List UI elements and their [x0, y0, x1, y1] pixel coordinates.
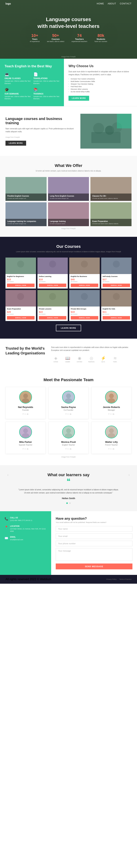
course-card-5: Exam Preparation $20 per lesson ENROLL N… — [5, 290, 36, 321]
monica-facebook-icon[interactable]: f — [66, 448, 66, 450]
course-card-4: Self-study Courses $17 per lesson ENROLL… — [101, 257, 132, 288]
courses-desc: Lorem ipsum dolor sit amet, consectetur … — [5, 250, 132, 253]
jennie-facebook-icon[interactable]: f — [109, 413, 109, 415]
footer-privacy-link[interactable]: Privacy Policy — [106, 578, 117, 580]
logo-ielts: ⚡ IELTS — [99, 355, 108, 363]
lang-biz-title: Language courses and business training — [5, 117, 75, 125]
email-text: EMAIL email@email.com — [10, 536, 23, 541]
svg-point-25 — [81, 293, 88, 300]
teach-title: Teach English in the Best Way — [5, 64, 59, 68]
mila-role: Spanish Teacher — [8, 444, 43, 446]
course-5-enroll-btn[interactable]: ENROLL NOW — [7, 316, 35, 319]
why-learn-btn[interactable]: LEARN MORE — [68, 96, 89, 101]
contact-submit-btn[interactable]: SEND MESSAGE — [56, 563, 132, 569]
offer-card-1: Flexible English Courses Ut enim ad mini… — [5, 177, 47, 201]
nav-contact[interactable]: CONTACT — [120, 2, 132, 5]
walter-linkedin-icon[interactable]: in — [113, 448, 115, 450]
course-6-enroll-btn[interactable]: ENROLL NOW — [39, 316, 66, 319]
teach-left: Teach English in the Best Way 💻 ONLINE C… — [0, 59, 64, 106]
email-address: email@email.com — [10, 538, 23, 541]
testimonial-prev-btn[interactable]: ‹ — [7, 473, 9, 477]
course-5-img — [5, 290, 36, 307]
nat-linkedin-icon[interactable]: in — [27, 413, 29, 415]
sasha-role: Co-Founder — [51, 409, 86, 411]
why-list-item-2: Build Better Communicaton Skills — [68, 80, 132, 83]
nat-facebook-icon[interactable]: f — [23, 413, 24, 415]
mila-linkedin-icon[interactable]: in — [27, 448, 29, 450]
stat-courses-num: 50+ — [47, 33, 64, 38]
monica-linkedin-icon[interactable]: in — [70, 448, 72, 450]
phone-number: (123) 456 7890 (777) 99 00 11 — [10, 519, 32, 522]
course-8-title: English for Kids — [103, 308, 130, 310]
course-8-enroll-btn[interactable]: ENROLL NOW — [103, 316, 130, 319]
nat-avatar-img — [20, 391, 32, 403]
teach-item-translations: 📄 TRANSLATIONS Sample text. Click to sel… — [34, 72, 59, 85]
monica-avatar — [62, 426, 75, 438]
contact-phone-input[interactable] — [56, 541, 132, 546]
contact-left: 📞 CALL US (123) 456 7890 (777) 99 00 11 … — [0, 511, 51, 575]
trainings-title: TRAININGS — [34, 93, 59, 95]
svg-point-30 — [66, 394, 71, 398]
mila-facebook-icon[interactable]: f — [23, 448, 24, 450]
testimonial-next-btn[interactable]: › — [128, 473, 130, 477]
lang-biz-credit: Image from Freepik — [5, 136, 75, 138]
contact-req-note: Your email address will not be published… — [56, 522, 132, 523]
mila-twitter-icon[interactable]: t — [25, 448, 26, 450]
contact-message-input[interactable] — [56, 548, 132, 561]
course-6-label: per lesson — [39, 313, 66, 315]
footer-terms-link[interactable]: Terms of Service — [119, 578, 132, 580]
courses-learn-more-btn[interactable]: LEARN MORE — [56, 325, 81, 331]
course-7-price: $19 — [71, 311, 98, 313]
location-address: 123 Main Street, 21 Avenue, New York, NY… — [10, 528, 47, 533]
course-2-enroll-btn[interactable]: ENROLL NOW — [39, 284, 66, 287]
offer-card-5-desc: Ut enim ad ipsum lorem. — [50, 223, 87, 225]
hero-stat-years: 10+ Years of experience — [30, 33, 40, 42]
nav-about[interactable]: ABOUT — [108, 2, 116, 5]
testimonial-dot-1[interactable] — [66, 502, 68, 504]
courses-grid-bottom: Exam Preparation $20 per lesson ENROLL N… — [5, 290, 132, 321]
contact-phone: 📞 CALL US (123) 456 7890 (777) 99 00 11 — [5, 517, 47, 522]
course-1-enroll-btn[interactable]: ENROLL NOW — [7, 284, 35, 287]
jennie-twitter-icon[interactable]: t — [111, 413, 111, 415]
offer-grid-top: Flexible English Courses Ut enim ad mini… — [5, 177, 132, 201]
nat-twitter-icon[interactable]: t — [25, 413, 26, 415]
oxford-label: OXFORD — [77, 361, 82, 363]
monica-twitter-icon[interactable]: t — [68, 448, 68, 450]
hero-section: Language courseswith native-level teache… — [0, 0, 137, 59]
offer-card-1-desc: Ut enim ad minim tempor vel. — [7, 197, 45, 199]
trusted-desc: Duis aute irure dolor in reprehenderit i… — [51, 346, 132, 352]
course-1-body: English for Beginners $15 per lesson ENR… — [5, 274, 36, 288]
walter-twitter-icon[interactable]: t — [111, 448, 111, 450]
jennie-name: Jennie Roberts — [94, 406, 129, 408]
monica-avatar-img — [63, 426, 74, 438]
course-7-label: per lesson — [71, 313, 98, 315]
lang-biz-learn-btn[interactable]: LEARN MORE — [5, 141, 26, 146]
course-3-enroll-btn[interactable]: ENROLL NOW — [71, 284, 98, 287]
sasha-facebook-icon[interactable]: f — [66, 413, 66, 415]
contact-email-input[interactable] — [56, 533, 132, 539]
sasha-linkedin-icon[interactable]: in — [70, 413, 72, 415]
location-heading: LOCATION — [10, 525, 47, 527]
contact-name-input[interactable] — [56, 526, 132, 532]
jennie-linkedin-icon[interactable]: in — [113, 413, 115, 415]
jennie-social: f t in — [94, 413, 129, 415]
course-7-enroll-btn[interactable]: ENROLL NOW — [71, 316, 98, 319]
sasha-twitter-icon[interactable]: t — [68, 413, 68, 415]
course-4-enroll-btn[interactable]: ENROLL NOW — [103, 284, 130, 287]
course-card-7: Private Mini-Groups $19 per lesson ENROL… — [69, 290, 100, 321]
nav-home[interactable]: HOME — [97, 2, 104, 5]
testimonial-dot-2[interactable] — [69, 502, 71, 504]
svg-rect-10 — [91, 132, 121, 143]
courses-grid-top: English for Beginners $15 per lesson ENR… — [5, 257, 132, 288]
offer-header: What We Offer Ut enim ad minim veniam, q… — [5, 163, 132, 173]
jennie-avatar — [105, 391, 118, 404]
course-5-title: Exam Preparation — [7, 308, 35, 310]
offer-title: What We Offer — [5, 163, 132, 168]
walter-facebook-icon[interactable]: f — [109, 448, 109, 450]
team-img-credit: Image from Freepik — [5, 456, 132, 458]
teach-item-online: 💻 ONLINE CLASSES Sample text. Click to s… — [5, 72, 31, 85]
offer-card-5: Language training Ut enim ad ipsum lorem… — [48, 202, 89, 226]
offer-desc: Ut enim ad minim veniam, quis nostrud ex… — [5, 169, 132, 173]
course-3-body: English for Business $45 per lesson ENRO… — [69, 274, 100, 288]
trainings-desc: Sample text. Click to select the Text El… — [34, 95, 59, 100]
